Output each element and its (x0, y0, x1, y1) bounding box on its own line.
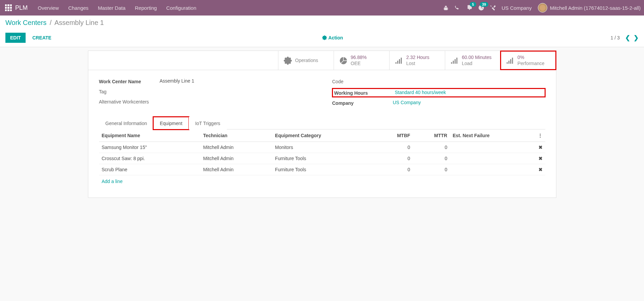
pager-next[interactable]: ❯ (634, 34, 639, 41)
breadcrumb-current: Assembly Line 1 (54, 19, 104, 26)
cell-name: Crosscut Saw: 8 ppi. (99, 153, 201, 164)
cell-tech: Mitchell Admin (201, 164, 272, 175)
cell-next (450, 153, 535, 164)
activities-badge: 39 (480, 2, 488, 7)
cell-next (450, 142, 535, 153)
label-company: Company (332, 100, 393, 106)
label-code: Code (332, 78, 393, 84)
stat-lost[interactable]: 2.32 Hours Lost (389, 51, 445, 70)
table-row[interactable]: Crosscut Saw: 8 ppi.Mitchell AdminFurnit… (99, 153, 545, 164)
add-line[interactable]: Add a line (99, 175, 545, 187)
bar-chart-icon (395, 56, 403, 65)
col-next-failure: Est. Next Failure (450, 129, 535, 142)
tabs: General Information Equipment IoT Trigge… (99, 117, 545, 129)
gear-icon (284, 56, 292, 65)
nav-master-data[interactable]: Master Data (98, 5, 126, 11)
stat-load-value: 60.00 Minutes (462, 54, 492, 60)
nav-overview[interactable]: Overview (38, 5, 59, 11)
breadcrumb: Work Centers / Assembly Line 1 (5, 19, 639, 27)
action-dropdown[interactable]: Action (322, 35, 343, 40)
edit-button[interactable]: EDIT (5, 33, 26, 43)
cell-mttr: 0 (413, 153, 450, 164)
cell-mtbf: 0 (376, 164, 413, 175)
table-row[interactable]: Samsung Monitor 15"Mitchell AdminMonitor… (99, 142, 545, 153)
messages-badge: 5 (470, 2, 476, 7)
company-selector[interactable]: US Company (502, 5, 532, 11)
cell-mttr: 0 (413, 142, 450, 153)
value-company[interactable]: US Company (393, 100, 545, 105)
avatar (538, 3, 547, 12)
activities-icon[interactable]: 39 (478, 5, 484, 11)
user-menu[interactable]: Mitchell Admin (17674012-saas-15-2-all) (538, 3, 641, 12)
nav-changes[interactable]: Changes (68, 5, 89, 11)
stat-operations[interactable]: Operations (278, 51, 334, 70)
col-mtbf: MTBF (376, 129, 413, 142)
cell-tech: Mitchell Admin (201, 153, 272, 164)
user-name: Mitchell Admin (17674012-saas-15-2-all) (550, 5, 641, 11)
stat-load[interactable]: 60.00 Minutes Load (445, 51, 500, 70)
label-tag: Tag (99, 88, 160, 94)
gear-icon (322, 35, 327, 40)
value-working-hours[interactable]: Standard 40 hours/week (395, 90, 543, 95)
apps-icon[interactable] (5, 4, 12, 11)
cell-tech: Mitchell Admin (201, 142, 272, 153)
stat-load-label: Load (462, 60, 492, 66)
top-navbar: PLM Overview Changes Master Data Reporti… (0, 0, 644, 16)
delete-row-icon[interactable]: ✖ (535, 142, 545, 153)
create-button[interactable]: CREATE (29, 33, 55, 43)
form-sheet: Operations 96.88% OEE 2.32 Hours Lost (88, 51, 556, 198)
stat-lost-value: 2.32 Hours (406, 54, 429, 60)
bar-chart-icon (506, 56, 514, 65)
cell-mtbf: 0 (376, 153, 413, 164)
label-working-hours: Working Hours (334, 90, 395, 96)
cell-mtbf: 0 (376, 142, 413, 153)
col-technician: Technician (201, 129, 272, 142)
stat-oee[interactable]: 96.88% OEE (334, 51, 389, 70)
label-alt-workcenters: Alternative Workcenters (99, 98, 160, 104)
nav-reporting[interactable]: Reporting (135, 5, 157, 11)
breadcrumb-sep: / (50, 19, 52, 26)
delete-row-icon[interactable]: ✖ (535, 164, 545, 175)
value-workcenter-name: Assembly Line 1 (160, 78, 312, 84)
nav-menu: Overview Changes Master Data Reporting C… (38, 5, 443, 11)
bug-icon[interactable] (443, 5, 449, 10)
bar-chart-icon (451, 56, 459, 65)
tools-icon[interactable] (490, 5, 496, 10)
col-options[interactable]: ⋮ (535, 129, 545, 142)
phone-icon[interactable] (455, 5, 460, 10)
stat-performance[interactable]: 0% Performance (500, 51, 556, 70)
cell-cat: Furniture Tools (272, 164, 376, 175)
pie-chart-icon (339, 56, 347, 65)
cell-name: Samsung Monitor 15" (99, 142, 201, 153)
cell-mttr: 0 (413, 164, 450, 175)
cell-name: Scrub Plane (99, 164, 201, 175)
delete-row-icon[interactable]: ✖ (535, 153, 545, 164)
equipment-table: Equipment Name Technician Equipment Cate… (99, 129, 545, 175)
col-category: Equipment Category (272, 129, 376, 142)
cell-cat: Monitors (272, 142, 376, 153)
app-brand[interactable]: PLM (15, 4, 28, 11)
stat-lost-label: Lost (406, 60, 429, 66)
tab-iot-triggers[interactable]: IoT Triggers (189, 117, 226, 129)
tab-general-info[interactable]: General Information (99, 117, 154, 129)
label-workcenter-name: Work Center Name (99, 78, 160, 84)
nav-right: 5 39 US Company Mitchell Admin (17674012… (443, 3, 641, 12)
cell-next (450, 164, 535, 175)
breadcrumb-parent[interactable]: Work Centers (5, 19, 47, 26)
nav-configuration[interactable]: Configuration (166, 5, 196, 11)
messages-icon[interactable]: 5 (466, 5, 472, 11)
stat-perf-label: Performance (518, 60, 545, 66)
stat-operations-label: Operations (295, 57, 318, 63)
stat-oee-label: OEE (351, 60, 367, 66)
col-equipment-name: Equipment Name (99, 129, 201, 142)
pager-text[interactable]: 1 / 3 (611, 35, 620, 40)
stat-perf-value: 0% (518, 54, 545, 60)
control-panel: Work Centers / Assembly Line 1 EDIT CREA… (0, 16, 644, 47)
stat-buttons: Operations 96.88% OEE 2.32 Hours Lost (88, 51, 556, 70)
pager-prev[interactable]: ❮ (625, 34, 630, 41)
tab-equipment[interactable]: Equipment (153, 117, 189, 129)
stat-oee-value: 96.88% (351, 54, 367, 60)
table-row[interactable]: Scrub PlaneMitchell AdminFurniture Tools… (99, 164, 545, 175)
col-mttr: MTTR (413, 129, 450, 142)
action-label: Action (328, 35, 343, 40)
